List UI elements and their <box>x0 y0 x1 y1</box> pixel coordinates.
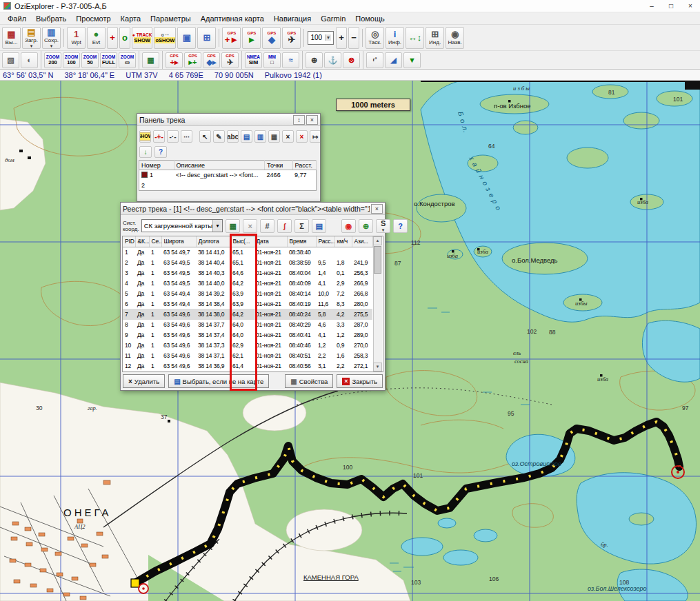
track-style-button[interactable]: -+- <box>153 130 165 143</box>
map-comment-button[interactable]: ▣ <box>177 27 196 49</box>
track-row[interactable]: 2 <box>139 181 317 191</box>
info-button[interactable]: iИнф. <box>386 27 404 49</box>
panel-help-button[interactable]: ? <box>154 146 167 158</box>
line-style-button[interactable]: -·- <box>167 130 179 143</box>
image-adjust-button[interactable]: ▧ <box>2 52 19 68</box>
event-button[interactable]: ●Evt <box>87 27 106 49</box>
save-list-button[interactable]: ▤ <box>312 219 326 233</box>
close-icon[interactable]: × <box>306 115 318 125</box>
coord-system-select[interactable]: СК загруженной карты ▾ <box>141 219 223 232</box>
gps-waypoint-upload-button[interactable]: GPS+► <box>222 27 241 49</box>
save-track-button[interactable]: ▤ <box>241 130 252 143</box>
grid-button[interactable]: # <box>260 219 274 233</box>
load-track-button[interactable]: ▥ <box>254 130 266 143</box>
list-help-button[interactable]: ? <box>393 219 408 233</box>
add-point-button[interactable]: + <box>107 27 118 49</box>
map-area[interactable]: и з б ып-ов Избное8110164о.Кондостровизб… <box>0 81 700 601</box>
track-point-row[interactable]: 4Да163 54 49,538 14 40,064,201-ноя-2108:… <box>123 278 372 288</box>
anchor-alarm-button[interactable]: ⚓ <box>324 52 341 68</box>
map-index-button[interactable]: ▦ <box>142 52 159 68</box>
select-pointer-button[interactable]: ↖ <box>199 130 211 143</box>
properties-button[interactable]: ▦ <box>268 130 280 143</box>
track-point-row[interactable]: 9Да163 54 49,638 14 37,464,001-ноя-2108:… <box>123 330 372 340</box>
names-button[interactable]: ◉Назв. <box>446 27 464 49</box>
track-point-row[interactable]: 10Да163 54 49,638 14 37,362,901-ноя-2108… <box>123 340 372 351</box>
gps-track-upload-button[interactable]: GPS◆ <box>262 27 281 49</box>
zoom-in-button[interactable]: + <box>336 27 347 49</box>
append-button[interactable]: ↦ <box>310 130 321 143</box>
vertical-scrollbar[interactable]: ▲ ▼ <box>373 236 382 371</box>
menu-item-4[interactable]: Параметры <box>146 14 196 23</box>
rollup-icon[interactable]: ↕ <box>293 115 305 125</box>
track-point-row[interactable]: 11Да163 54 49,638 14 37,162,101-ноя-2108… <box>123 351 372 361</box>
moving-map-button[interactable]: MM□ <box>263 52 281 68</box>
maximize-button[interactable]: □ <box>661 0 681 12</box>
gps-position-button[interactable]: GPS✈ <box>221 52 239 68</box>
center-position-button[interactable]: ⊕ <box>306 52 323 68</box>
zoom-window-button[interactable]: ZOOM▭ <box>119 52 136 68</box>
smooth-button[interactable]: ʃ <box>277 219 292 233</box>
track-point-row[interactable]: 8Да163 54 49,638 14 37,764,001-ноя-2108:… <box>123 320 372 330</box>
gps-download-button[interactable]: GPS✈ <box>282 27 301 49</box>
point-mode-button[interactable]: o <box>119 27 130 49</box>
zoom-out-button[interactable]: − <box>348 27 359 49</box>
track-point-row[interactable]: 7Да163 54 49,638 14 38,064,201-ноя-2108:… <box>123 309 372 319</box>
delete-track-button[interactable]: × <box>296 130 308 143</box>
save-button[interactable]: ▥Сохр.▾ <box>42 27 61 49</box>
menu-item-1[interactable]: Выбрать <box>31 14 71 23</box>
close-dialog-button[interactable]: × Закрыть <box>337 374 383 388</box>
track-point-row[interactable]: 5Да163 54 49,438 14 39,263,901-ноя-2108:… <box>123 288 372 298</box>
pencil-button[interactable]: ✎ <box>213 130 225 143</box>
center-map-button[interactable]: ⊕ <box>359 219 373 233</box>
track-point-row[interactable]: 6Да163 54 49,438 14 38,463,901-ноя-2108:… <box>123 298 372 309</box>
load-button[interactable]: ▤Загр.▾ <box>22 27 41 49</box>
menu-item-8[interactable]: Помощь <box>350 14 390 23</box>
properties-button[interactable]: ▦ Свойства <box>285 374 333 388</box>
select-mode-button[interactable]: ▩Вы... <box>2 27 21 49</box>
add-track-button[interactable]: ↓ <box>139 146 152 158</box>
zoom-100-button[interactable]: ZOOM100 <box>63 52 80 68</box>
track-panel-titlebar[interactable]: Панель трека ↕ × <box>137 114 320 126</box>
menu-item-6[interactable]: Навигация <box>269 14 316 23</box>
gps-upload-track-button[interactable]: GPS▸+ <box>184 52 201 68</box>
zoom-50-button[interactable]: ZOOM50 <box>81 52 99 68</box>
track-point-row[interactable]: 2Да163 54 49,538 14 40,465,101-ноя-2108:… <box>123 257 372 267</box>
sort-button[interactable]: S▾ <box>376 219 390 233</box>
com-port-button[interactable]: ≈ <box>282 52 299 68</box>
delete-point-button[interactable]: × Удалить <box>123 374 165 388</box>
grid-setup-button[interactable]: r² <box>366 52 383 68</box>
track-point-row[interactable]: 3Да163 54 49,538 14 40,364,601-ноя-2108:… <box>123 267 372 278</box>
zoom-full-button[interactable]: ZOOMFULL <box>100 52 117 68</box>
point-style-button[interactable]: ∙∙∙ <box>181 130 192 143</box>
gps-route-upload-button[interactable]: GPS► <box>242 27 261 49</box>
select-off-map-button[interactable]: ▤ Выбрать, если не на карте <box>168 374 269 388</box>
scroll-down-icon[interactable]: ▼ <box>373 363 382 371</box>
menu-item-5[interactable]: Адаптивная карта <box>196 14 269 23</box>
indicator-button[interactable]: ⊞Инд. <box>426 27 444 49</box>
label-button[interactable]: abc <box>227 130 239 143</box>
profile-button[interactable]: ◢ <box>385 52 402 68</box>
clear-track-button[interactable]: × <box>282 130 294 143</box>
scrollbar-thumb[interactable] <box>374 246 381 274</box>
track-row[interactable]: 1<!-- desc_gen:start --> <font...24669,7… <box>139 170 317 181</box>
pan-arrows-button[interactable]: ↔↕ <box>406 27 424 49</box>
track-point-row[interactable]: 1Да163 54 49,738 14 41,065,101-ноя-2108:… <box>123 247 372 257</box>
map-features-button[interactable]: ⊞ <box>197 27 216 49</box>
nmea-sim-button[interactable]: NMEASIM <box>245 52 262 68</box>
zoom-200-button[interactable]: ZOOM200 <box>44 52 61 68</box>
sum-button[interactable]: Σ <box>294 219 309 233</box>
menu-item-7[interactable]: Garmin <box>316 14 350 23</box>
show-on-map-button[interactable]: ▦ <box>226 219 240 233</box>
menu-item-0[interactable]: Файл <box>3 14 31 23</box>
menu-item-2[interactable]: Просмотр <box>71 14 115 23</box>
task-button[interactable]: ◎Таск. <box>366 27 384 49</box>
track-show-button[interactable]: ● TRACKSHOW <box>132 27 152 49</box>
filter-track-button[interactable]: ▼ <box>403 52 421 68</box>
night-mode-button[interactable]: ◐ <box>21 52 38 68</box>
track-start-marker[interactable] <box>131 579 139 587</box>
scroll-up-icon[interactable]: ▲ <box>373 236 382 245</box>
alarm-zone-button[interactable]: ⊗ <box>343 52 360 68</box>
waypoint-button[interactable]: 1Wpt <box>67 27 86 49</box>
show-track-toggle[interactable]: SHOW <box>139 130 151 143</box>
minimize-button[interactable]: – <box>642 0 661 12</box>
